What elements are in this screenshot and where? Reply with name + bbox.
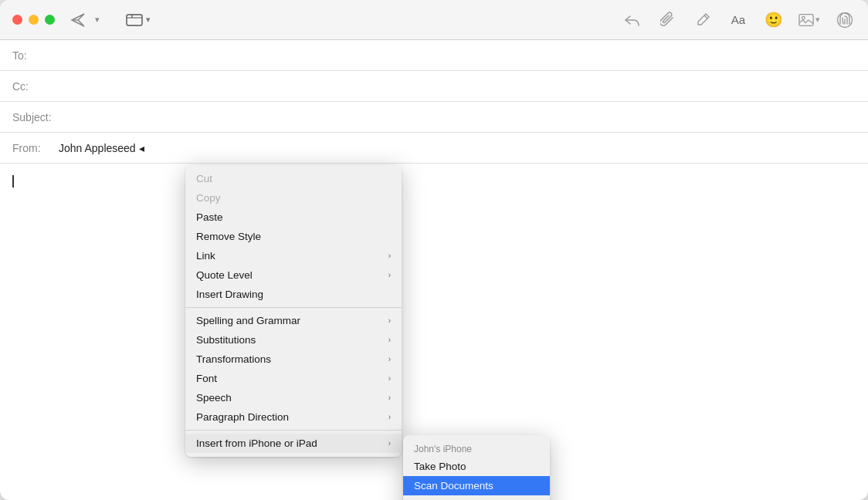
subject-field[interactable]: Subject: <box>0 102 868 133</box>
to-field[interactable]: To: <box>0 40 868 71</box>
compose-view-button[interactable]: ▾ <box>121 11 155 29</box>
context-menu: Cut Copy Paste Remove Style Link › <box>185 165 402 457</box>
submenu-scan-documents-iphone[interactable]: Scan Documents <box>403 476 550 495</box>
menu-item-cut[interactable]: Cut <box>185 169 402 188</box>
submenu-iphone-header: John's iPhone <box>403 439 550 457</box>
subject-label: Subject: <box>12 111 59 123</box>
send-dropdown-button[interactable]: ▾ <box>92 9 103 31</box>
menu-item-insert-from-iphone[interactable]: Insert from iPhone or iPad › <box>185 434 402 453</box>
svg-point-2 <box>802 16 805 19</box>
menu-item-copy[interactable]: Copy <box>185 188 402 208</box>
text-cursor <box>12 175 14 188</box>
to-label: To: <box>12 49 59 62</box>
touchid-icon[interactable] <box>834 9 856 31</box>
context-menu-wrapper: Cut Copy Paste Remove Style Link › <box>185 165 402 457</box>
emoji-icon[interactable]: 🙂 <box>763 9 785 31</box>
toolbar-right: Aa 🙂 ▾ <box>621 9 856 31</box>
arrow-icon: › <box>388 355 391 363</box>
menu-item-paste[interactable]: Paste <box>185 208 402 227</box>
arrow-icon: › <box>388 271 391 279</box>
arrow-icon: › <box>388 439 391 448</box>
arrow-icon: › <box>388 316 391 325</box>
arrow-icon: › <box>388 394 391 402</box>
menu-item-speech[interactable]: Speech › <box>185 388 402 407</box>
reply-icon[interactable] <box>621 9 643 31</box>
menu-item-substitutions[interactable]: Substitutions › <box>185 330 402 350</box>
arrow-icon: › <box>388 252 391 260</box>
menu-item-font[interactable]: Font › <box>185 369 402 388</box>
menu-item-paragraph-direction[interactable]: Paragraph Direction › <box>185 407 402 427</box>
arrow-icon: › <box>388 336 391 344</box>
from-label: From: <box>12 142 59 154</box>
font-format-icon[interactable]: Aa <box>727 9 749 31</box>
maximize-button[interactable] <box>45 15 55 25</box>
arrow-icon: › <box>388 374 391 383</box>
titlebar: ▾ ▾ <box>0 0 868 40</box>
toolbar-left: ▾ ▾ <box>67 9 155 31</box>
submenu-iphone-ipad: John's iPhone Take Photo Scan Documents … <box>403 435 550 500</box>
send-button[interactable] <box>67 9 89 31</box>
attach-icon[interactable] <box>656 9 678 31</box>
svg-rect-0 <box>127 15 142 25</box>
menu-item-transformations[interactable]: Transformations › <box>185 350 402 369</box>
submenu-add-sketch-iphone[interactable]: Add Sketch <box>403 495 550 500</box>
photo-insert-icon[interactable]: ▾ <box>798 9 820 31</box>
from-value: John Appleseed ◂ <box>59 142 144 154</box>
from-field[interactable]: From: John Appleseed ◂ <box>0 133 868 164</box>
menu-item-link[interactable]: Link › <box>185 246 402 265</box>
mail-window: ▾ ▾ <box>0 0 868 500</box>
cc-field[interactable]: Cc: <box>0 71 868 102</box>
menu-separator-1 <box>185 307 402 308</box>
svg-rect-1 <box>799 14 813 25</box>
arrow-icon: › <box>388 413 391 421</box>
menu-item-spelling-grammar[interactable]: Spelling and Grammar › <box>185 311 402 330</box>
edit-icon[interactable] <box>692 9 714 31</box>
email-body: To: Cc: Subject: From: John Appleseed ◂ … <box>0 40 868 500</box>
window-controls <box>12 15 55 25</box>
menu-item-remove-style[interactable]: Remove Style <box>185 227 402 246</box>
minimize-button[interactable] <box>29 15 39 25</box>
submenu-take-photo-iphone[interactable]: Take Photo <box>403 457 550 476</box>
menu-separator-2 <box>185 430 402 431</box>
close-button[interactable] <box>12 15 22 25</box>
cc-label: Cc: <box>12 80 59 93</box>
menu-item-insert-drawing[interactable]: Insert Drawing <box>185 285 402 304</box>
menu-item-quote-level[interactable]: Quote Level › <box>185 265 402 285</box>
